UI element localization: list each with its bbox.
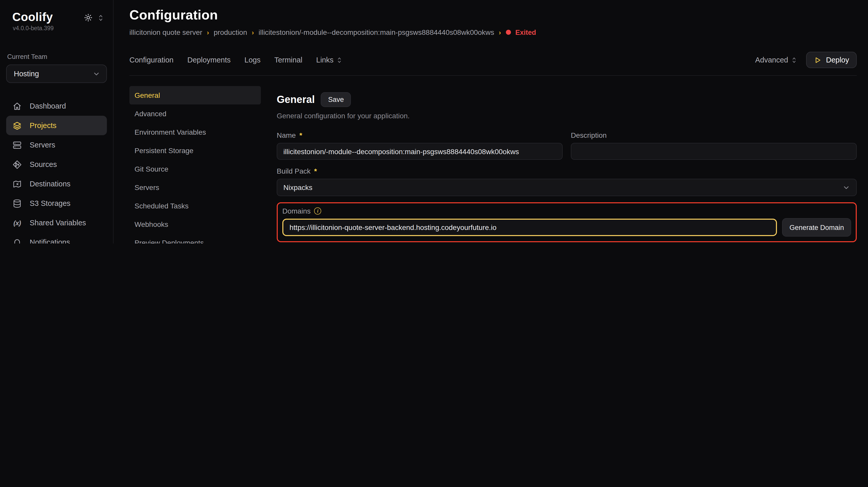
domains-label: Domainsi <box>282 207 851 215</box>
tab-terminal[interactable]: Terminal <box>274 56 303 64</box>
sidebar-item-label: Sources <box>30 160 57 169</box>
name-input[interactable] <box>277 143 563 160</box>
database-icon <box>12 198 22 208</box>
subnav-scheduled-tasks[interactable]: Scheduled Tasks <box>129 197 261 215</box>
section-subtitle: General configuration for your applicati… <box>277 112 857 120</box>
main-area: Configuration illicitonion quote server … <box>114 0 868 244</box>
breadcrumb-application[interactable]: illicitestonion/-module--decomposition:m… <box>258 28 494 36</box>
page-title: Configuration <box>129 7 857 23</box>
domains-highlight-box: Domainsi Generate Domain <box>277 202 857 242</box>
chevron-updown-icon <box>791 57 797 63</box>
save-button[interactable]: Save <box>321 92 351 107</box>
sidebar-item-shared-variables[interactable]: (x) Shared Variables <box>6 213 107 232</box>
chevron-right-icon: › <box>499 28 501 36</box>
tabs-row: Configuration Deployments Logs Terminal … <box>129 52 857 76</box>
build-pack-label: Build Pack* <box>277 167 857 175</box>
sidebar-item-label: S3 Storages <box>30 199 70 207</box>
deploy-button[interactable]: Deploy <box>806 52 857 68</box>
app-logo: Coolify <box>12 10 53 24</box>
info-icon: i <box>314 207 321 214</box>
subnav-general[interactable]: General <box>129 86 261 105</box>
sidebar-item-label: Projects <box>30 121 57 130</box>
chevron-updown-icon <box>337 57 342 63</box>
map-icon <box>12 179 22 189</box>
sidebar-item-label: Servers <box>30 141 55 149</box>
chevron-down-icon <box>842 183 850 191</box>
variable-icon: (x) <box>12 218 22 228</box>
status-dot <box>506 30 511 35</box>
server-icon <box>12 140 22 150</box>
build-pack-value: Nixpacks <box>283 183 312 192</box>
layers-icon <box>12 121 22 130</box>
current-team-label: Current Team <box>7 53 107 60</box>
team-select[interactable]: Hosting <box>6 64 107 83</box>
description-label: Description <box>571 131 857 139</box>
tab-links[interactable]: Links <box>316 56 342 64</box>
advanced-menu-label: Advanced <box>755 56 788 64</box>
breadcrumb: illicitonion quote server › production ›… <box>129 28 857 36</box>
theme-sun-icon[interactable] <box>84 13 93 22</box>
breadcrumb-environment[interactable]: production <box>214 28 247 36</box>
home-icon <box>12 101 22 111</box>
section-title-general: General <box>277 94 315 106</box>
sidebar-item-servers[interactable]: Servers <box>6 135 107 155</box>
advanced-menu[interactable]: Advanced <box>755 56 797 64</box>
bell-icon <box>12 237 22 244</box>
sidebar-nav: Dashboard Projects Servers Sources Desti… <box>6 96 107 244</box>
breadcrumb-project[interactable]: illicitonion quote server <box>129 28 202 36</box>
deploy-button-label: Deploy <box>826 56 849 64</box>
chevron-right-icon: › <box>252 28 254 36</box>
play-icon <box>814 56 822 64</box>
subnav-advanced[interactable]: Advanced <box>129 105 261 123</box>
domains-input[interactable] <box>282 219 777 236</box>
sidebar-item-s3-storages[interactable]: S3 Storages <box>6 194 107 213</box>
subnav-webhooks[interactable]: Webhooks <box>129 215 261 233</box>
app-window: Coolify v4.0.0-beta.399 Current Team Hos… <box>0 0 868 244</box>
sidebar-item-label: Shared Variables <box>30 219 86 227</box>
sidebar-item-dashboard[interactable]: Dashboard <box>6 96 107 116</box>
chevron-right-icon: › <box>207 28 209 36</box>
sidebar: Coolify v4.0.0-beta.399 Current Team Hos… <box>0 0 114 244</box>
sidebar-item-label: Destinations <box>30 180 70 188</box>
build-pack-select[interactable]: Nixpacks <box>277 179 857 196</box>
subnav-servers[interactable]: Servers <box>129 178 261 197</box>
team-select-value: Hosting <box>14 70 39 78</box>
tab-logs[interactable]: Logs <box>245 56 260 64</box>
description-input[interactable] <box>571 143 857 160</box>
config-subnav: General Advanced Environment Variables P… <box>129 86 261 244</box>
sidebar-item-label: Notifications <box>30 238 70 244</box>
git-source-icon <box>12 160 22 169</box>
general-form: General Save General configuration for y… <box>261 86 857 244</box>
chevron-down-icon <box>93 70 100 78</box>
subnav-persistent-storage[interactable]: Persistent Storage <box>129 141 261 160</box>
theme-updown-icon[interactable] <box>98 14 104 21</box>
name-label: Name* <box>277 131 563 139</box>
subnav-preview-deployments[interactable]: Preview Deployments <box>129 233 261 244</box>
tab-deployments[interactable]: Deployments <box>187 56 231 64</box>
sidebar-item-label: Dashboard <box>30 102 66 110</box>
sidebar-item-notifications[interactable]: Notifications <box>6 232 107 244</box>
sidebar-item-destinations[interactable]: Destinations <box>6 174 107 194</box>
sidebar-item-sources[interactable]: Sources <box>6 155 107 174</box>
status-badge: Exited <box>515 28 536 36</box>
sidebar-item-projects[interactable]: Projects <box>6 116 107 135</box>
subnav-git-source[interactable]: Git Source <box>129 160 261 178</box>
subnav-environment-variables[interactable]: Environment Variables <box>129 123 261 141</box>
generate-domain-button[interactable]: Generate Domain <box>782 218 851 237</box>
tab-links-label: Links <box>316 56 334 64</box>
tab-configuration[interactable]: Configuration <box>129 56 174 64</box>
app-version: v4.0.0-beta.399 <box>6 24 107 31</box>
